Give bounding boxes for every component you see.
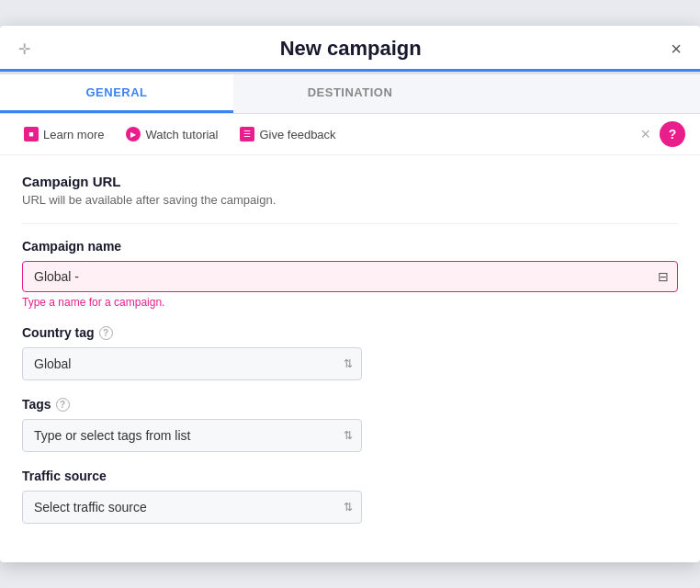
drag-icon: ✛ <box>18 40 30 58</box>
campaign-url-title: Campaign URL <box>22 174 678 189</box>
help-bar-question-btn[interactable]: ? <box>660 121 685 147</box>
country-tag-select-wrapper: Global US UK EU Asia <box>22 347 362 380</box>
give-feedback-label: Give feedback <box>259 128 335 141</box>
tab-bar: GENERAL DESTINATION <box>0 74 700 114</box>
campaign-url-section: Campaign URL URL will be available after… <box>22 174 678 207</box>
campaign-name-input-wrapper: ⊟ <box>22 261 678 292</box>
watch-tutorial-icon: ▶ <box>126 127 141 141</box>
traffic-source-field: Traffic source Select traffic source <box>22 469 678 524</box>
campaign-name-label: Campaign name <box>22 239 678 254</box>
divider-1 <box>22 223 678 224</box>
campaign-name-input[interactable] <box>22 261 678 292</box>
campaign-name-error: Type a name for a campaign. <box>22 296 678 309</box>
country-tag-label: Country tag ? <box>22 325 678 340</box>
tab-general[interactable]: GENERAL <box>0 74 233 113</box>
new-campaign-modal: ✛ New campaign × GENERAL DESTINATION ■ L… <box>0 26 700 562</box>
campaign-name-field: Campaign name ⊟ Type a name for a campai… <box>22 239 678 309</box>
modal-body: Campaign URL URL will be available after… <box>0 155 700 562</box>
campaign-name-icon: ⊟ <box>658 269 669 284</box>
traffic-source-label: Traffic source <box>22 469 678 483</box>
modal-header: ✛ New campaign × <box>0 26 700 74</box>
tags-field: Tags ? Type or select tags from list <box>22 397 678 452</box>
header-underline <box>0 69 700 72</box>
help-bar-actions: × ? <box>635 121 685 147</box>
modal-title: New campaign <box>30 37 671 61</box>
campaign-url-subtitle: URL will be available after saving the c… <box>22 193 678 207</box>
country-tag-help-icon[interactable]: ? <box>99 326 113 340</box>
help-bar: ■ Learn more ▶ Watch tutorial ☰ Give fee… <box>0 114 700 155</box>
tags-help-icon[interactable]: ? <box>56 398 70 412</box>
give-feedback-icon: ☰ <box>240 127 254 141</box>
tags-select-wrapper: Type or select tags from list <box>22 419 362 452</box>
traffic-source-select-wrapper: Select traffic source <box>22 491 362 524</box>
help-bar-close[interactable]: × <box>635 123 656 146</box>
learn-more-icon: ■ <box>24 127 39 141</box>
country-tag-field: Country tag ? Global US UK EU Asia <box>22 325 678 380</box>
tags-select[interactable]: Type or select tags from list <box>22 419 362 452</box>
country-tag-select[interactable]: Global US UK EU Asia <box>22 347 362 380</box>
tab-destination[interactable]: DESTINATION <box>233 74 467 113</box>
watch-tutorial-link[interactable]: ▶ Watch tutorial <box>117 123 227 145</box>
watch-tutorial-label: Watch tutorial <box>145 128 218 141</box>
traffic-source-select[interactable]: Select traffic source <box>22 491 362 524</box>
learn-more-label: Learn more <box>43 128 104 141</box>
tags-label: Tags ? <box>22 397 678 412</box>
learn-more-link[interactable]: ■ Learn more <box>15 123 113 145</box>
tab-empty[interactable] <box>467 74 700 113</box>
give-feedback-link[interactable]: ☰ Give feedback <box>231 123 344 145</box>
close-button[interactable]: × <box>671 40 682 58</box>
